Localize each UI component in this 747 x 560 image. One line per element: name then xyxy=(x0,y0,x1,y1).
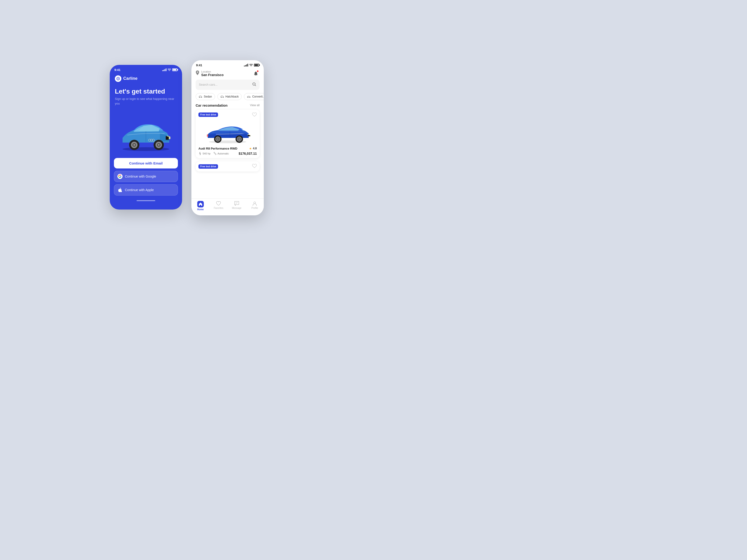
subtitle: Sign up or login to see what happening n… xyxy=(110,97,182,108)
nav-favorites[interactable]: Favorites xyxy=(213,201,224,211)
rating-num-1: 4.8 xyxy=(253,147,257,150)
logo-section: Carline xyxy=(110,74,182,83)
category-row: Sedan Hatchback Converti... xyxy=(191,93,264,103)
svg-rect-39 xyxy=(215,154,216,155)
car-price-1: $176,037.11 xyxy=(238,152,257,155)
svg-point-6 xyxy=(133,144,135,145)
favorite-icon-2[interactable] xyxy=(252,164,257,169)
nav-message-label: Message xyxy=(232,207,241,209)
favorite-icon-1[interactable] xyxy=(252,112,257,118)
logo-text: Carline xyxy=(123,76,137,81)
location-label: Location xyxy=(201,70,224,73)
home-nav-icon xyxy=(197,201,204,208)
search-icon xyxy=(252,82,256,87)
signal-icon-home xyxy=(244,64,248,66)
google-button[interactable]: Continue with Google xyxy=(114,171,178,182)
nav-profile[interactable]: Profile xyxy=(249,201,260,211)
svg-point-42 xyxy=(254,202,256,204)
category-hatchback[interactable]: Hatchback xyxy=(217,93,242,100)
car-specs-1: 540 hp Automatic xyxy=(199,152,229,155)
car-card-2[interactable]: Free test drive xyxy=(196,161,260,171)
transmission-value: Automatic xyxy=(217,152,229,155)
apple-button-text: Continue with Apple xyxy=(125,188,154,192)
favorites-nav-icon xyxy=(216,201,221,206)
location-left: Location San Fransisco xyxy=(196,70,224,77)
notification-bell[interactable] xyxy=(252,70,260,77)
signal-icon xyxy=(162,69,166,71)
section-title: Car recomendation xyxy=(196,103,228,107)
google-button-text: Continue with Google xyxy=(125,175,156,178)
free-test-badge-2: Free test drive xyxy=(199,164,218,169)
transmission-spec: Automatic xyxy=(213,152,229,155)
nav-favorites-label: Favorites xyxy=(214,207,224,209)
apple-button[interactable]: Continue with Apple xyxy=(114,184,178,195)
nav-message[interactable]: Message xyxy=(231,201,242,211)
profile-nav-icon xyxy=(252,201,257,206)
location-pin-icon xyxy=(196,71,199,76)
login-screen: 9:41 xyxy=(110,65,182,210)
location-city: San Fransisco xyxy=(201,73,224,77)
free-test-badge-1: Free test drive xyxy=(199,112,218,117)
time-home: 9:41 xyxy=(196,63,202,67)
home-screen: 9:41 xyxy=(191,60,264,215)
search-placeholder: Search cars... xyxy=(199,83,217,86)
headline: Let's get started xyxy=(110,83,182,97)
card-top-2: Free test drive xyxy=(199,164,257,169)
message-nav-icon xyxy=(234,201,239,206)
rating-1: ★ 4.8 xyxy=(249,147,257,150)
category-sedan[interactable]: Sedan xyxy=(196,93,215,100)
notification-dot xyxy=(257,70,259,72)
car-image-1 xyxy=(199,119,257,145)
location-text: Location San Fransisco xyxy=(201,70,224,77)
search-bar[interactable]: Search cars... xyxy=(196,80,260,90)
sedan-label: Sedan xyxy=(204,95,212,98)
card-top-1: Free test drive xyxy=(199,112,257,118)
status-icons-home xyxy=(244,64,259,66)
nav-profile-label: Profile xyxy=(251,207,258,209)
logo-icon xyxy=(115,75,121,82)
svg-rect-35 xyxy=(207,134,208,137)
location-bar: Location San Fransisco xyxy=(191,69,264,80)
car-info-1: Audi R8 Performance RWD ★ 4.8 xyxy=(199,147,257,150)
car-card-1[interactable]: Free test drive xyxy=(196,110,260,158)
svg-rect-38 xyxy=(214,153,215,154)
category-convertible[interactable]: Converti... xyxy=(244,93,264,100)
view-all-button[interactable]: View all xyxy=(250,104,260,107)
status-bar-login: 9:41 xyxy=(110,65,182,74)
car-image-login xyxy=(110,108,182,154)
status-icons-login xyxy=(162,69,177,71)
section-header: Car recomendation View all xyxy=(191,103,264,110)
wifi-icon xyxy=(168,69,171,71)
time-login: 9:41 xyxy=(114,68,121,72)
svg-line-17 xyxy=(255,85,256,86)
buttons-section: Continue with Email Continue with Google xyxy=(110,154,182,198)
google-icon xyxy=(118,174,123,179)
apple-icon xyxy=(118,187,123,192)
status-bar-home: 9:41 xyxy=(191,60,264,69)
car-details-1: 540 hp Automatic $176,037.11 xyxy=(199,152,257,155)
battery-icon-login xyxy=(172,69,177,71)
hp-spec: 540 hp xyxy=(199,152,211,155)
hatchback-label: Hatchback xyxy=(226,95,239,98)
svg-rect-37 xyxy=(214,152,214,153)
hp-value: 540 hp xyxy=(203,152,211,155)
star-icon-1: ★ xyxy=(249,147,252,150)
email-button[interactable]: Continue with Email xyxy=(114,158,178,168)
convertible-label: Converti... xyxy=(252,95,264,98)
wifi-icon-home xyxy=(249,64,253,66)
battery-icon-home xyxy=(254,64,259,66)
nav-home-label: Home xyxy=(197,208,204,211)
bottom-nav: Home Favorites Message xyxy=(191,198,264,215)
home-indicator-login xyxy=(110,198,182,203)
svg-point-1 xyxy=(118,78,119,79)
car-name-1: Audi R8 Performance RWD xyxy=(199,147,237,150)
svg-point-10 xyxy=(158,144,159,145)
nav-home[interactable]: Home xyxy=(195,201,206,211)
